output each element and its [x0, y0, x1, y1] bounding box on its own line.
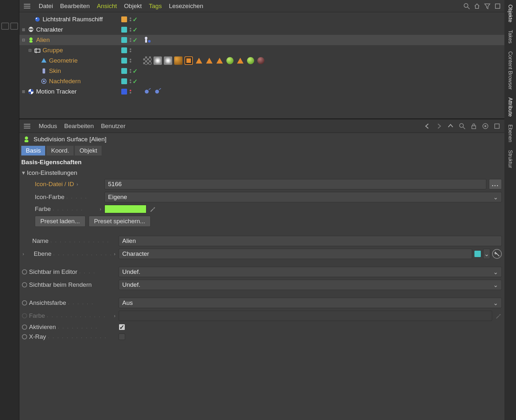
- tree-row[interactable]: ⊟Gruppe: [19, 45, 504, 55]
- panel-toggle-icon[interactable]: [10, 23, 18, 30]
- preset-load-button[interactable]: Preset laden...: [35, 216, 85, 227]
- expander-icon[interactable]: [28, 17, 32, 22]
- tab-objekt[interactable]: Objekt: [75, 146, 102, 155]
- pose-tag-icon[interactable]: [143, 36, 152, 44]
- object-label[interactable]: Alien: [36, 36, 50, 44]
- icon-id-input[interactable]: 5166: [104, 179, 486, 189]
- vis-render-select[interactable]: Undef.⌄: [119, 280, 502, 290]
- selection-tag-icon[interactable]: [184, 56, 193, 65]
- xray-checkbox[interactable]: [119, 334, 125, 340]
- layer-swatch[interactable]: [121, 16, 127, 22]
- anim-dot[interactable]: [22, 269, 27, 275]
- menu-bearbeiten[interactable]: Bearbeiten: [64, 123, 94, 130]
- icon-color-swatch[interactable]: [104, 205, 146, 213]
- layer-input[interactable]: Character: [119, 249, 472, 259]
- tree-row[interactable]: Skin✓: [19, 66, 504, 76]
- vis-editor-select[interactable]: Undef.⌄: [119, 267, 502, 277]
- object-tree[interactable]: Lichtstrahl Raumschiff✓⊞Charakter✓⊟Alien…: [19, 12, 504, 118]
- menu-bearbeiten[interactable]: Bearbeiten: [60, 3, 90, 10]
- enable-checkbox[interactable]: ✓: [119, 324, 125, 330]
- menu-lesezeichen[interactable]: Lesezeichen: [169, 3, 203, 10]
- expander-icon[interactable]: [34, 58, 39, 63]
- material-tag-icon[interactable]: [226, 56, 234, 65]
- nav-fwd-icon[interactable]: [435, 122, 443, 130]
- viewport-toggle-icon[interactable]: [1, 23, 9, 30]
- tree-row[interactable]: ⊞Motion Tracker: [19, 86, 504, 97]
- weight-tag-icon[interactable]: [164, 56, 172, 65]
- layer-swatch[interactable]: [121, 27, 127, 33]
- icon-settings-header[interactable]: Icon-Einstellungen: [19, 168, 504, 178]
- expander-icon[interactable]: ⊟: [21, 38, 26, 42]
- visibility-dots[interactable]: [130, 48, 131, 52]
- expander-icon[interactable]: [34, 69, 39, 73]
- tracker-tag-icon[interactable]: [143, 87, 152, 96]
- search-icon[interactable]: [458, 122, 466, 130]
- tab-basis[interactable]: Basis: [21, 146, 45, 155]
- vtab-objekte[interactable]: Objekte: [506, 2, 514, 25]
- name-input[interactable]: Alien: [119, 236, 502, 246]
- tree-row[interactable]: Lichtstrahl Raumschiff✓: [19, 14, 504, 25]
- vtab-takes[interactable]: Takes: [506, 27, 514, 46]
- nav-up-icon[interactable]: [446, 122, 455, 130]
- layer-swatch[interactable]: [121, 68, 127, 74]
- nav-back-icon[interactable]: [423, 122, 432, 130]
- object-label[interactable]: Geometrie: [49, 57, 78, 64]
- layer-swatch[interactable]: [121, 78, 127, 84]
- visibility-dots[interactable]: ✓: [130, 36, 138, 44]
- layer-swatch[interactable]: [121, 47, 127, 53]
- eyedropper-icon[interactable]: [149, 205, 156, 213]
- visibility-dots[interactable]: ✓: [130, 67, 138, 75]
- anim-dot[interactable]: [22, 300, 27, 305]
- maximize-icon[interactable]: [493, 122, 501, 130]
- material-tag-icon[interactable]: [257, 56, 265, 65]
- uv-tag-icon[interactable]: [143, 56, 152, 65]
- anim-dot[interactable]: [22, 334, 27, 339]
- tree-row[interactable]: Geometrie: [19, 55, 504, 66]
- hamburger-icon[interactable]: [23, 123, 32, 130]
- hamburger-icon[interactable]: [23, 3, 32, 10]
- phong-tag-icon[interactable]: [236, 56, 244, 65]
- anim-dot[interactable]: [22, 282, 27, 287]
- expander-icon[interactable]: [34, 79, 39, 84]
- search-icon[interactable]: [463, 3, 470, 10]
- vtab-attribute[interactable]: Attribute: [506, 95, 514, 119]
- visibility-dots[interactable]: ✓: [130, 16, 138, 23]
- disp-color-select[interactable]: Aus⌄: [119, 298, 502, 308]
- browse-button[interactable]: ...: [489, 179, 502, 189]
- vtab-struktur[interactable]: Struktur: [506, 147, 514, 171]
- visibility-dots[interactable]: [130, 90, 131, 94]
- phong-tag-icon[interactable]: [215, 56, 224, 65]
- expander-icon[interactable]: ⊞: [21, 27, 26, 32]
- menu-datei[interactable]: Datei: [39, 3, 53, 10]
- menu-benutzer[interactable]: Benutzer: [101, 123, 125, 130]
- phong-tag-icon[interactable]: [195, 56, 203, 65]
- object-label[interactable]: Lichtstrahl Raumschiff: [43, 16, 103, 23]
- menu-modus[interactable]: Modus: [39, 123, 57, 130]
- menu-tags[interactable]: Tags: [149, 3, 162, 10]
- vtab-ebenen[interactable]: Ebenen: [506, 122, 514, 145]
- layer-swatch[interactable]: [121, 89, 127, 95]
- vtab-content-browser[interactable]: Content Browser: [506, 49, 514, 92]
- layer-dropdown-icon[interactable]: ⌄: [483, 249, 490, 259]
- object-label[interactable]: Gruppe: [43, 47, 63, 54]
- weight-tag-icon[interactable]: [154, 56, 162, 65]
- visibility-dots[interactable]: ✓: [130, 26, 138, 34]
- preset-save-button[interactable]: Preset speichern...: [89, 216, 151, 227]
- menu-objekt[interactable]: Objekt: [124, 3, 142, 10]
- object-label[interactable]: Charakter: [36, 26, 63, 33]
- layer-select-button[interactable]: [492, 249, 502, 259]
- lock-icon[interactable]: [470, 122, 478, 130]
- record-icon[interactable]: [481, 122, 490, 130]
- material-tag-icon[interactable]: [246, 56, 255, 65]
- expander-icon[interactable]: ⊞: [21, 89, 26, 94]
- icon-color-mode-select[interactable]: Eigene⌄: [104, 192, 502, 202]
- tab-koord[interactable]: Koord.: [46, 146, 74, 155]
- object-label[interactable]: Motion Tracker: [36, 88, 77, 95]
- visibility-dots[interactable]: ✓: [130, 78, 138, 85]
- layer-color-swatch[interactable]: [474, 250, 481, 257]
- layer-swatch[interactable]: [121, 37, 127, 43]
- object-label[interactable]: Nachfedern: [49, 78, 81, 85]
- home-icon[interactable]: [473, 3, 481, 10]
- object-label[interactable]: Skin: [49, 67, 61, 75]
- phong-tag-icon[interactable]: [205, 56, 213, 65]
